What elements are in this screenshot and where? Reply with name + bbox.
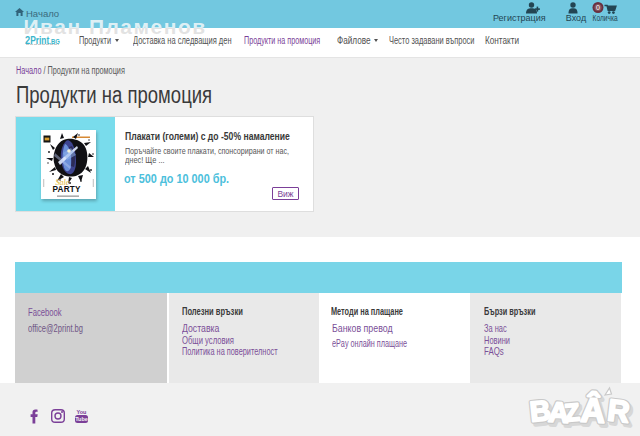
svg-text:Â: Â: [580, 390, 607, 430]
svg-text:Tube: Tube: [75, 416, 88, 422]
svg-text:PARTY: PARTY: [53, 185, 81, 194]
svg-text:0: 0: [596, 4, 600, 11]
svg-text:R: R: [606, 392, 632, 428]
svg-text:Z: Z: [563, 398, 580, 426]
svg-text:You: You: [77, 409, 87, 415]
